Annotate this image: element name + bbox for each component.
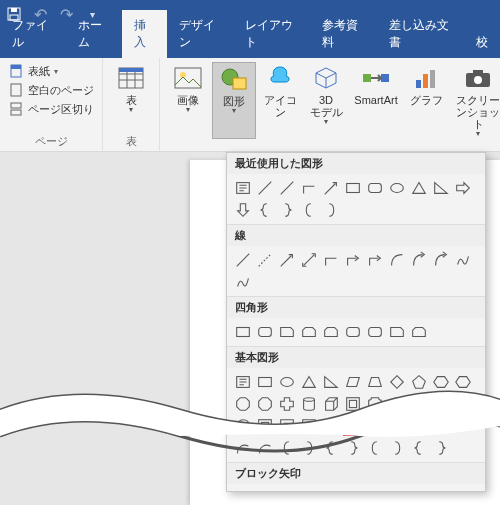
- shape-arc[interactable]: [255, 438, 275, 458]
- tab-layout[interactable]: レイアウト: [233, 10, 310, 58]
- shape-braceR[interactable]: [431, 438, 451, 458]
- shape-braceR[interactable]: [343, 438, 363, 458]
- shape-trap[interactable]: [365, 372, 385, 392]
- shape-arrow[interactable]: [321, 178, 341, 198]
- shape-hex[interactable]: [453, 372, 473, 392]
- shape-line[interactable]: [277, 178, 297, 198]
- shape-smile[interactable]: [343, 416, 363, 436]
- screenshot-button[interactable]: スクリーンショット▾: [450, 62, 500, 139]
- shape-rarrow[interactable]: [453, 488, 473, 492]
- shape-darrow[interactable]: [299, 488, 319, 492]
- shape-oct[interactable]: [233, 394, 253, 414]
- shape-rect[interactable]: [233, 322, 253, 342]
- shape-heart[interactable]: [365, 416, 385, 436]
- shape-pie[interactable]: [431, 394, 451, 414]
- shape-larrow[interactable]: [431, 488, 451, 492]
- 3dmodels-button[interactable]: 3D モデル▾: [304, 62, 348, 139]
- shape-uarrow[interactable]: [365, 488, 385, 492]
- smartart-button[interactable]: SmartArt: [350, 62, 402, 139]
- shape-snip1[interactable]: [277, 322, 297, 342]
- shape-plus[interactable]: [277, 394, 297, 414]
- shape-brackL[interactable]: [365, 438, 385, 458]
- shape-elbow[interactable]: [299, 178, 319, 198]
- shape-lframe[interactable]: [299, 416, 319, 436]
- shape-rect[interactable]: [343, 178, 363, 198]
- shape-tri[interactable]: [299, 372, 319, 392]
- shape-pent[interactable]: [409, 372, 429, 392]
- shape-roundrect[interactable]: [343, 322, 363, 342]
- shape-chord[interactable]: [453, 394, 473, 414]
- shape-hex[interactable]: [431, 372, 451, 392]
- shape-roundrect[interactable]: [365, 178, 385, 198]
- shape-frame[interactable]: [255, 416, 275, 436]
- shape-bolt[interactable]: [387, 416, 407, 436]
- tab-insert[interactable]: 挿入: [122, 10, 167, 58]
- shape-bevel[interactable]: [343, 394, 363, 414]
- shape-rarrow[interactable]: [321, 488, 341, 492]
- qat-dropdown-icon[interactable]: ▾: [84, 6, 100, 22]
- shape-braceR[interactable]: [277, 200, 297, 220]
- shape-textbox[interactable]: [233, 178, 253, 198]
- shape-textbox[interactable]: [233, 372, 253, 392]
- shape-lineDash[interactable]: [255, 250, 275, 270]
- shape-cube[interactable]: [321, 394, 341, 414]
- shape-moon[interactable]: [431, 416, 451, 436]
- shape-free[interactable]: [233, 272, 253, 292]
- shape-brackL[interactable]: [277, 438, 297, 458]
- shape-diamond[interactable]: [387, 372, 407, 392]
- shape-brackR[interactable]: [387, 438, 407, 458]
- shape-rect[interactable]: [255, 372, 275, 392]
- shape-donut[interactable]: [387, 394, 407, 414]
- page-break-button[interactable]: ページ区切り: [6, 100, 96, 118]
- undo-icon[interactable]: ↶: [32, 6, 48, 22]
- shape-oval[interactable]: [387, 178, 407, 198]
- shape-larrow[interactable]: [343, 488, 363, 492]
- shape-oct[interactable]: [255, 394, 275, 414]
- shape-curve[interactable]: [387, 250, 407, 270]
- shape-snip1[interactable]: [387, 322, 407, 342]
- shape-folded[interactable]: [321, 416, 341, 436]
- pictures-button[interactable]: 画像▾: [166, 62, 210, 139]
- tab-mailings[interactable]: 差し込み文書: [377, 10, 464, 58]
- chart-button[interactable]: グラフ: [404, 62, 448, 139]
- shape-snip2[interactable]: [299, 322, 319, 342]
- shape-darrow[interactable]: [233, 200, 253, 220]
- shape-braceL[interactable]: [255, 200, 275, 220]
- shape-braceL[interactable]: [409, 438, 429, 458]
- shape-rarrow[interactable]: [409, 488, 429, 492]
- shape-tri[interactable]: [409, 178, 429, 198]
- shape-darrow[interactable]: [387, 488, 407, 492]
- shape-rtri[interactable]: [431, 178, 451, 198]
- shape-brackR[interactable]: [299, 438, 319, 458]
- shape-plaque[interactable]: [365, 394, 385, 414]
- shape-curveArr[interactable]: [409, 250, 429, 270]
- shape-rarrow[interactable]: [233, 488, 253, 492]
- shape-larrow[interactable]: [255, 488, 275, 492]
- redo-icon[interactable]: ↷: [58, 6, 74, 22]
- shape-sun[interactable]: [409, 416, 429, 436]
- shape-brackL[interactable]: [299, 200, 319, 220]
- shape-arrow2[interactable]: [299, 250, 319, 270]
- shape-tear[interactable]: [233, 416, 253, 436]
- tab-review[interactable]: 校: [464, 27, 500, 58]
- shape-cloud[interactable]: [453, 416, 473, 436]
- tab-references[interactable]: 参考資料: [310, 10, 376, 58]
- shapes-button[interactable]: 図形▾: [212, 62, 256, 139]
- shape-arrow[interactable]: [277, 250, 297, 270]
- shape-line[interactable]: [255, 178, 275, 198]
- shape-roundrect[interactable]: [255, 322, 275, 342]
- shape-para[interactable]: [343, 372, 363, 392]
- shape-arc[interactable]: [233, 438, 253, 458]
- shape-rarrow[interactable]: [453, 178, 473, 198]
- shape-uarrow[interactable]: [277, 488, 297, 492]
- shape-elbowArr[interactable]: [365, 250, 385, 270]
- shape-braceL[interactable]: [321, 438, 341, 458]
- shape-elbow[interactable]: [321, 250, 341, 270]
- shape-noSym[interactable]: [409, 394, 429, 414]
- tab-design[interactable]: デザイン: [167, 10, 233, 58]
- table-button[interactable]: 表▾: [109, 62, 153, 115]
- blank-page-button[interactable]: 空白のページ: [6, 81, 96, 99]
- shape-free[interactable]: [453, 250, 473, 270]
- shape-roundrect[interactable]: [365, 322, 385, 342]
- icons-button[interactable]: アイコン: [258, 62, 302, 139]
